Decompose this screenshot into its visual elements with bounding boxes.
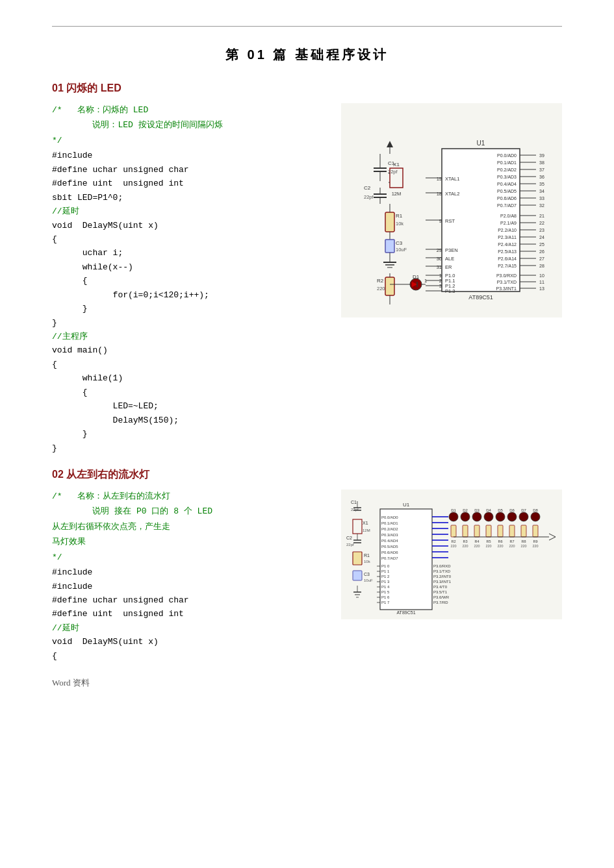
svg-text:P2.5/A13: P2.5/A13 <box>498 249 517 254</box>
svg-text:XTAL1: XTAL1 <box>445 176 459 182</box>
svg-text:P0.0/AD0: P0.0/AD0 <box>381 515 398 519</box>
svg-text:P2.4/A12: P2.4/A12 <box>498 242 517 247</box>
s2-comment-delay: //延时 <box>52 621 328 635</box>
svg-text:220: 220 <box>450 544 456 548</box>
svg-text:P0.5/AD5: P0.5/AD5 <box>497 189 517 193</box>
code-define-uchar: #define uchar unsigned char <box>52 163 328 177</box>
svg-rect-188 <box>451 525 456 537</box>
svg-text:P3.7/RD: P3.7/RD <box>433 601 448 604</box>
s2-define-uint: #define uint unsigned int <box>52 607 328 621</box>
svg-text:D6: D6 <box>509 508 515 512</box>
svg-text:U1: U1 <box>403 502 410 508</box>
comment-line-2: 说明：LED 按设定的时间间隔闪烁 <box>52 118 328 132</box>
svg-text:D5: D5 <box>498 508 503 512</box>
svg-text:R1: R1 <box>396 213 403 219</box>
svg-text:34: 34 <box>539 189 544 193</box>
section2-block: /* 名称：从左到右的流水灯 说明 接在 P0 口的 8 个 LED 从左到右循… <box>52 490 562 663</box>
s2-include2: #include <box>52 580 328 593</box>
svg-text:10k: 10k <box>396 221 403 227</box>
svg-text:18: 18 <box>437 191 442 197</box>
svg-text:D4: D4 <box>486 508 491 512</box>
svg-text:220: 220 <box>377 286 385 291</box>
svg-text:C1: C1 <box>351 500 357 504</box>
svg-text:P0.0/AD0: P0.0/AD0 <box>497 153 517 158</box>
svg-text:12M: 12M <box>363 528 370 532</box>
svg-text:P0.4/AD4: P0.4/AD4 <box>381 539 398 543</box>
svg-text:30: 30 <box>437 256 442 262</box>
svg-text:37: 37 <box>539 167 544 172</box>
svg-text:P0.3/AD3: P0.3/AD3 <box>497 175 517 179</box>
svg-text:R3: R3 <box>463 539 467 543</box>
section2-code: /* 名称：从左到右的流水灯 说明 接在 P0 口的 8 个 LED 从左到右循… <box>52 490 328 663</box>
svg-point-180 <box>496 512 505 521</box>
code-while-close: } <box>52 427 328 441</box>
svg-point-184 <box>519 512 528 521</box>
svg-text:38: 38 <box>539 160 544 165</box>
svg-text:25: 25 <box>539 242 544 247</box>
svg-text:P3.3/INT1: P3.3/INT1 <box>433 580 452 584</box>
svg-text:P3EN: P3EN <box>445 247 458 253</box>
svg-text:10uF: 10uF <box>396 247 407 253</box>
svg-text:P0.6/AD6: P0.6/AD6 <box>497 196 517 201</box>
s2-comment-1: /* 名称：从左到右的流水灯 <box>52 490 328 503</box>
svg-text:P0.7/AD7: P0.7/AD7 <box>497 203 517 208</box>
svg-text:28: 28 <box>539 264 544 268</box>
svg-text:P0.3/AD3: P0.3/AD3 <box>381 533 398 537</box>
svg-text:39: 39 <box>539 153 544 158</box>
svg-text:P0.2/AD2: P0.2/AD2 <box>381 527 398 531</box>
svg-text:22pf: 22pf <box>346 543 354 547</box>
code-main-close: } <box>52 441 328 455</box>
svg-rect-121 <box>385 277 394 295</box>
svg-text:R2: R2 <box>377 278 384 284</box>
svg-text:P3.1/TXD: P3.1/TXD <box>433 569 451 573</box>
svg-text:10uF: 10uF <box>364 578 373 582</box>
code-brace-close: } <box>52 316 328 330</box>
s2-comment-3: 从左到右循环依次点亮，产生走 <box>52 520 328 534</box>
svg-text:P1 5: P1 5 <box>381 590 390 594</box>
svg-rect-206 <box>521 525 526 537</box>
code-while1: while(1) <box>52 371 328 385</box>
code-while-open: { <box>52 386 328 399</box>
svg-text:220: 220 <box>462 544 468 548</box>
s2-comment-2: 说明 接在 P0 口的 8 个 LED <box>52 504 328 518</box>
svg-text:P1 4: P1 4 <box>381 585 390 589</box>
svg-text:22pf: 22pf <box>351 508 359 512</box>
svg-text:R7: R7 <box>509 539 514 543</box>
s2-include1: #include <box>52 565 328 579</box>
svg-point-178 <box>484 512 493 521</box>
svg-text:P0.6/AD6: P0.6/AD6 <box>381 551 398 554</box>
svg-text:D3: D3 <box>474 508 480 512</box>
svg-text:D1: D1 <box>451 508 456 512</box>
s2-define-uchar: #define uchar unsigned char <box>52 593 328 607</box>
svg-rect-107 <box>385 212 394 232</box>
section1-block: /* 名称：闪烁的 LED 说明：LED 按设定的时间间隔闪烁 */ #incl… <box>52 103 562 455</box>
s2-func-delay: void DelayMS(uint x) <box>52 635 328 649</box>
svg-text:P3.1/TXD: P3.1/TXD <box>497 280 517 284</box>
svg-rect-194 <box>474 525 480 537</box>
svg-text:220: 220 <box>509 544 515 548</box>
svg-text:P0.1/AD1: P0.1/AD1 <box>497 160 517 165</box>
svg-text:RST: RST <box>445 218 455 224</box>
code-uchar-i: uchar i; <box>52 246 328 260</box>
svg-rect-150 <box>353 552 362 565</box>
svg-rect-200 <box>498 525 503 537</box>
svg-text:19: 19 <box>437 176 442 182</box>
svg-text:22pf: 22pf <box>388 169 398 175</box>
svg-text:13: 13 <box>539 286 544 291</box>
s2-comment-5: */ <box>52 551 328 564</box>
svg-text:P2.6/A14: P2.6/A14 <box>498 256 517 261</box>
svg-point-174 <box>461 512 470 521</box>
section1-header: 01 闪烁的 LED <box>52 82 562 95</box>
svg-text:P0.2/AD2: P0.2/AD2 <box>497 167 517 172</box>
svg-text:C3: C3 <box>364 572 370 577</box>
svg-text:P3.0/RXD: P3.0/RXD <box>496 273 517 278</box>
svg-text:P1 1: P1 1 <box>381 569 390 573</box>
code-include: #include <box>52 149 328 162</box>
svg-text:U1: U1 <box>477 140 485 147</box>
svg-text:P3.6/WR: P3.6/WR <box>433 595 450 599</box>
svg-text:P0.7/AD7: P0.7/AD7 <box>381 556 398 560</box>
svg-text:D7: D7 <box>521 508 526 512</box>
svg-text:220: 220 <box>497 544 503 548</box>
svg-text:P0.1/AD1: P0.1/AD1 <box>381 521 398 525</box>
code-comment-delay: //延时 <box>52 205 328 218</box>
